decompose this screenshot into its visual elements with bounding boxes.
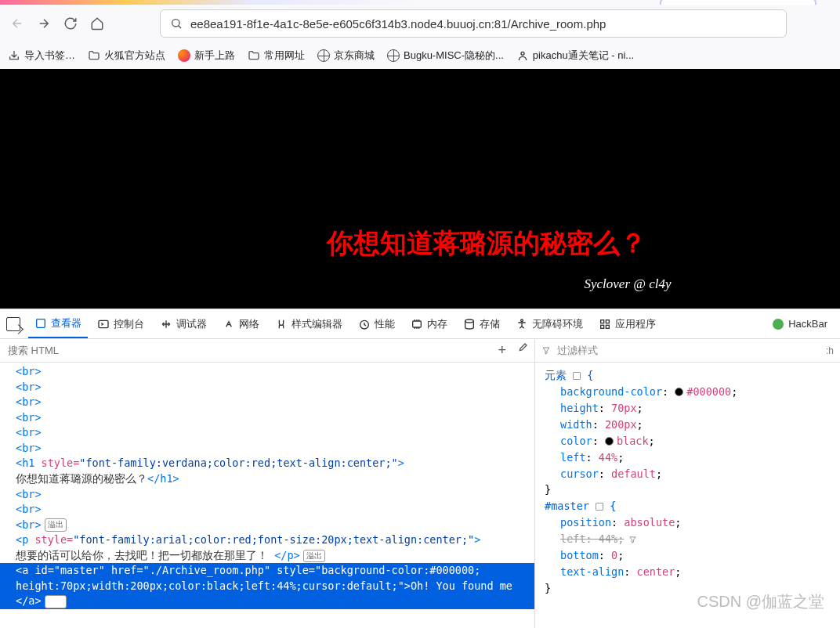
br-tag: <br> <box>16 381 42 393</box>
br-tag: <br> <box>16 518 42 531</box>
bookmark-label: 新手上路 <box>194 49 235 63</box>
markup-tree[interactable]: <br> <br> <br> <br> <br> <br> <h1 style=… <box>0 363 534 628</box>
tab-memory[interactable]: 内存 <box>404 309 454 338</box>
bookmark-label: 火狐官方站点 <box>104 49 165 63</box>
h1-open: <h1 <box>16 457 42 469</box>
styles-filter[interactable]: 过滤样式 :h <box>535 339 840 363</box>
tab-label: 无障碍环境 <box>532 317 583 331</box>
import-bookmarks[interactable]: 导入书签… <box>8 49 75 63</box>
back-button[interactable] <box>9 16 25 31</box>
tab-hackbar[interactable]: HackBar <box>766 309 834 338</box>
selected-node[interactable]: height:70px;width:200px;color:black;left… <box>0 579 534 594</box>
tab-label: 内存 <box>427 317 447 331</box>
globe-icon <box>317 49 330 62</box>
bookmark-item[interactable]: pikachu通关笔记 - ni... <box>516 49 634 63</box>
css-declaration[interactable]: position: absolute; <box>545 514 831 531</box>
overflow-badge[interactable]: 溢出 <box>45 595 67 608</box>
tab-debugger[interactable]: 调试器 <box>154 309 213 338</box>
svg-point-7 <box>521 319 523 322</box>
css-declaration[interactable]: left: 44%; <box>545 449 831 466</box>
svg-rect-2 <box>37 319 45 327</box>
br-tag: <br> <box>16 488 42 500</box>
bookmark-label: 京东商城 <box>334 49 375 63</box>
app-icon <box>599 318 611 330</box>
tab-label: HackBar <box>788 318 827 330</box>
style-icon <box>275 318 288 330</box>
css-declaration[interactable]: text-align: center; <box>545 564 831 580</box>
svg-rect-9 <box>606 319 609 323</box>
url-bar[interactable] <box>160 9 787 38</box>
target-icon[interactable] <box>573 372 581 380</box>
overflow-badge[interactable]: 溢出 <box>45 518 67 532</box>
br-tag: <br> <box>16 442 42 454</box>
bookmark-label: Bugku-MISC-隐秘的... <box>404 49 504 63</box>
css-declaration[interactable]: width: 200px; <box>545 417 831 433</box>
hackbar-icon <box>773 319 784 330</box>
page-signature: Syclover @ cl4y <box>415 276 840 292</box>
css-declaration[interactable]: cursor: default; <box>545 466 831 482</box>
attr-name: style <box>42 457 74 469</box>
home-button[interactable] <box>89 16 105 31</box>
forward-button[interactable] <box>36 16 52 31</box>
filter-placeholder: 过滤样式 <box>557 344 598 358</box>
reload-button[interactable] <box>63 16 78 31</box>
page-content: 你想知道蒋璐源的秘密么？ Syclover @ cl4y <box>0 69 840 309</box>
br-tag: <br> <box>16 395 42 408</box>
css-declaration[interactable]: bottom: 0; <box>545 547 831 564</box>
bookmark-item[interactable]: Bugku-MISC-隐秘的... <box>387 49 504 63</box>
search-icon <box>170 17 183 30</box>
markup-panel: + <br> <br> <br> <br> <br> <br> <h1 styl… <box>0 339 535 628</box>
tab-label: 控制台 <box>114 317 144 331</box>
tab-label: 调试器 <box>176 317 207 331</box>
svg-rect-11 <box>606 325 609 328</box>
selected-node[interactable]: </a>溢出 <box>0 594 534 609</box>
css-declaration[interactable]: left: 44%; <box>545 531 831 547</box>
bookmark-item[interactable]: 新手上路 <box>178 49 235 63</box>
search-input[interactable] <box>8 345 527 356</box>
svg-point-0 <box>172 20 179 27</box>
br-tag: <br> <box>16 426 42 439</box>
svg-rect-10 <box>601 325 604 328</box>
person-icon <box>516 49 529 62</box>
tag-close: > <box>474 533 480 546</box>
hov-toggle[interactable]: :h <box>826 345 834 356</box>
bookmarks-bar: 导入书签… 火狐官方站点 新手上路 常用网址 京东商城 Bugku-MISC-隐… <box>0 42 840 69</box>
br-tag: <br> <box>16 411 42 424</box>
tab-accessibility[interactable]: 无障碍环境 <box>509 309 589 338</box>
tab-performance[interactable]: 性能 <box>352 309 401 338</box>
css-rules[interactable]: 元素 { background-color: #000000;height: 7… <box>535 363 840 628</box>
bookmark-item[interactable]: 火狐官方站点 <box>88 49 165 63</box>
target-icon[interactable] <box>596 503 603 511</box>
bookmark-item[interactable]: 常用网址 <box>248 49 305 63</box>
devtools-body: + <br> <br> <br> <br> <br> <br> <h1 styl… <box>0 339 840 628</box>
tab-style-editor[interactable]: 样式编辑器 <box>269 309 349 338</box>
page-headline: 你想知道蒋璐源的秘密么？ <box>133 226 840 262</box>
markup-search[interactable]: + <box>0 339 534 363</box>
network-icon <box>223 318 235 330</box>
toolbar <box>0 5 840 42</box>
address-input[interactable] <box>190 17 777 31</box>
firefox-icon <box>178 49 190 62</box>
tab-label: 应用程序 <box>615 317 656 331</box>
selected-node[interactable]: <a id="master" href="./Archive_room.php"… <box>0 563 534 579</box>
tab-label: 性能 <box>375 317 395 331</box>
tab-inspector[interactable]: 查看器 <box>28 309 88 338</box>
bookmark-item[interactable]: 京东商城 <box>317 49 375 63</box>
tab-console[interactable]: 控制台 <box>91 309 150 338</box>
devtools-tabs: 查看器 控制台 调试器 网络 样式编辑器 性能 内存 存储 无障碍环境 应用程序… <box>0 309 840 339</box>
css-declaration[interactable]: color: black; <box>545 433 831 449</box>
element-picker-icon[interactable] <box>6 317 20 331</box>
css-declaration[interactable]: background-color: #000000; <box>545 384 831 400</box>
memory-icon <box>411 318 423 330</box>
add-element-button[interactable]: + <box>498 342 506 359</box>
tag-close: > <box>398 457 404 469</box>
eyedropper-button[interactable] <box>516 342 528 359</box>
inspector-icon <box>34 317 47 330</box>
h1-text: 你想知道蒋璐源的秘密么？ <box>16 472 147 485</box>
tab-storage[interactable]: 存储 <box>457 309 506 338</box>
css-declaration[interactable]: height: 70px; <box>545 400 831 417</box>
tab-network[interactable]: 网络 <box>216 309 266 338</box>
perf-icon <box>358 318 371 330</box>
tab-application[interactable]: 应用程序 <box>592 309 662 338</box>
overflow-badge[interactable]: 溢出 <box>303 550 325 563</box>
